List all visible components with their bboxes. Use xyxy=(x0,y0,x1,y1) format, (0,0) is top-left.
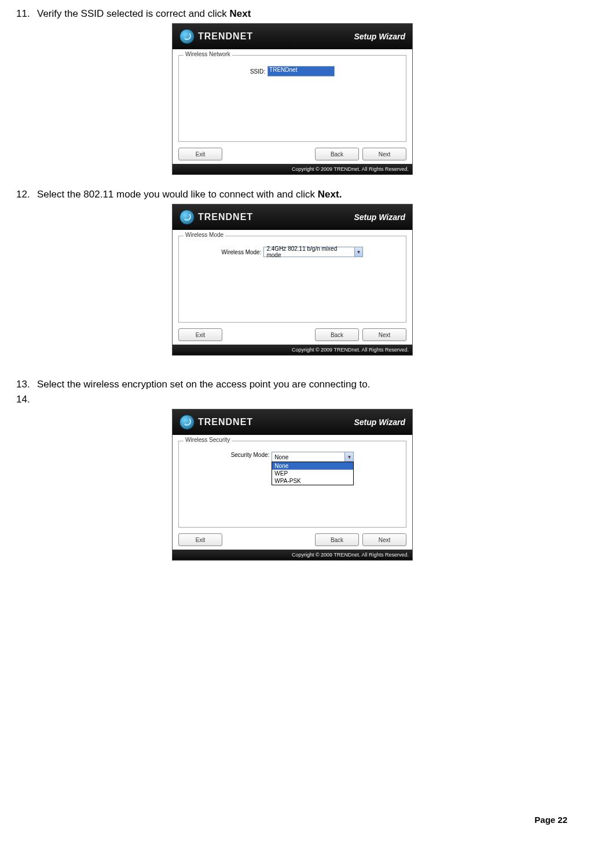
spacer xyxy=(226,148,311,160)
trendnet-logo-icon xyxy=(179,210,195,225)
step-text: Verify the SSID selected is correct and … xyxy=(37,8,567,20)
step-text-bold: Next xyxy=(230,8,251,19)
step-text-plain: Verify the SSID selected is correct and … xyxy=(37,8,230,19)
security-mode-select[interactable]: None ▼ None WEP WPA-PSK xyxy=(272,452,354,462)
select-value: 2.4GHz 802.11 b/g/n mixed mode xyxy=(264,246,354,258)
mode-label: Wireless Mode: xyxy=(222,249,262,255)
dropdown-option-wpapsk[interactable]: WPA-PSK xyxy=(272,477,353,485)
wizard-window: TRENDNET Setup Wizard Wireless Network S… xyxy=(172,23,413,175)
next-button[interactable]: Next xyxy=(362,533,406,546)
security-mode-dropdown[interactable]: None WEP WPA-PSK xyxy=(272,462,354,485)
wizard-body: Wireless Security Security Mode: None ▼ … xyxy=(173,435,412,550)
security-label: Security Mode: xyxy=(231,452,270,458)
step-text-bold: Next. xyxy=(318,189,342,200)
wizard-window: TRENDNET Setup Wizard Wireless Mode Wire… xyxy=(172,204,413,356)
step-12: 12. Select the 802.11 mode you would lik… xyxy=(16,189,567,200)
form-row-mode: Wireless Mode: 2.4GHz 802.11 b/g/n mixed… xyxy=(185,247,400,257)
select-value: None xyxy=(272,454,291,460)
wizard-header: TRENDNET Setup Wizard xyxy=(173,24,412,49)
brand: TRENDNET xyxy=(179,29,253,44)
wizard-title: Setup Wizard xyxy=(354,213,405,222)
wizard-button-row: Exit Back Next xyxy=(178,148,406,160)
wizard-header: TRENDNET Setup Wizard xyxy=(173,204,412,230)
spacer xyxy=(226,328,311,341)
trendnet-logo-icon xyxy=(179,415,195,430)
wizard-screenshot-security: TRENDNET Setup Wizard Wireless Security … xyxy=(172,409,412,561)
brand-text: TRENDNET xyxy=(198,212,253,222)
page-number: Page 22 xyxy=(534,815,567,825)
fieldset-legend: Wireless Security xyxy=(184,437,232,443)
wizard-button-row: Exit Back Next xyxy=(178,328,406,341)
brand-text: TRENDNET xyxy=(198,31,253,42)
wizard-footer: Copyright © 2009 TRENDnet. All Rights Re… xyxy=(173,345,412,355)
spacer xyxy=(226,533,311,546)
exit-button[interactable]: Exit xyxy=(178,533,222,546)
fieldset-legend: Wireless Mode xyxy=(184,232,225,238)
step-number: 11. xyxy=(16,8,37,20)
form-row-security: Security Mode: None ▼ None WEP WPA-PSK xyxy=(185,452,400,462)
brand-text: TRENDNET xyxy=(198,417,253,427)
wizard-body: Wireless Network SSID: TRENDnet Exit Bac… xyxy=(173,49,412,164)
wizard-title: Setup Wizard xyxy=(354,32,405,41)
next-button[interactable]: Next xyxy=(362,148,406,160)
step-text: Select the wireless encryption set on th… xyxy=(37,379,567,390)
fieldset-wireless-network: Wireless Network SSID: TRENDnet xyxy=(178,55,406,142)
step-14: 14. xyxy=(16,394,567,405)
ssid-label: SSID: xyxy=(250,68,265,75)
dropdown-option-wep[interactable]: WEP xyxy=(272,470,353,477)
chevron-down-icon: ▼ xyxy=(344,452,353,462)
wizard-screenshot-ssid: TRENDNET Setup Wizard Wireless Network S… xyxy=(172,23,412,175)
back-button[interactable]: Back xyxy=(315,533,359,546)
fieldset-wireless-security: Wireless Security Security Mode: None ▼ … xyxy=(178,441,406,528)
fieldset-wireless-mode: Wireless Mode Wireless Mode: 2.4GHz 802.… xyxy=(178,236,406,323)
step-13: 13. Select the wireless encryption set o… xyxy=(16,379,567,390)
chevron-down-icon: ▼ xyxy=(354,247,363,257)
wizard-footer: Copyright © 2009 TRENDnet. All Rights Re… xyxy=(173,550,412,560)
step-text: Select the 802.11 mode you would like to… xyxy=(37,189,567,200)
trendnet-logo-icon xyxy=(179,29,195,44)
wireless-mode-select[interactable]: 2.4GHz 802.11 b/g/n mixed mode ▼ xyxy=(263,247,363,257)
back-button[interactable]: Back xyxy=(315,328,359,341)
brand: TRENDNET xyxy=(179,415,253,430)
form-row-ssid: SSID: TRENDnet xyxy=(185,66,400,76)
wizard-body: Wireless Mode Wireless Mode: 2.4GHz 802.… xyxy=(173,230,412,345)
next-button[interactable]: Next xyxy=(362,328,406,341)
exit-button[interactable]: Exit xyxy=(178,148,222,160)
step-text-plain: Select the wireless encryption set on th… xyxy=(37,379,371,390)
wizard-header: TRENDNET Setup Wizard xyxy=(173,409,412,435)
exit-button[interactable]: Exit xyxy=(178,328,222,341)
step-11: 11. Verify the SSID selected is correct … xyxy=(16,8,567,20)
wizard-button-row: Exit Back Next xyxy=(178,533,406,546)
step-number: 12. xyxy=(16,189,37,200)
step-text-plain: Select the 802.11 mode you would like to… xyxy=(37,189,318,200)
wizard-title: Setup Wizard xyxy=(354,418,405,427)
brand: TRENDNET xyxy=(179,210,253,225)
step-text xyxy=(37,394,567,405)
dropdown-option-none[interactable]: None xyxy=(272,462,353,470)
fieldset-legend: Wireless Network xyxy=(184,51,232,57)
back-button[interactable]: Back xyxy=(315,148,359,160)
step-number: 13. xyxy=(16,379,37,390)
wizard-screenshot-mode: TRENDNET Setup Wizard Wireless Mode Wire… xyxy=(172,204,412,356)
ssid-input[interactable]: TRENDnet xyxy=(267,66,335,76)
wizard-window: TRENDNET Setup Wizard Wireless Security … xyxy=(172,409,413,561)
step-number: 14. xyxy=(16,394,37,405)
wizard-footer: Copyright © 2009 TRENDnet. All Rights Re… xyxy=(173,164,412,174)
